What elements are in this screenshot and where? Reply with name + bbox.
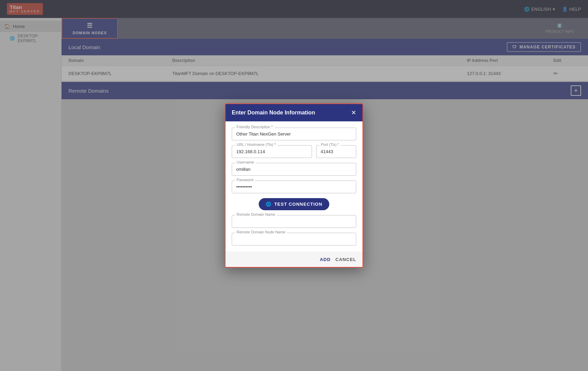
remote-domain-name-label: Remote Domain Name xyxy=(235,212,277,216)
username-label: Username xyxy=(235,160,256,164)
url-port-row: URL / Hostname (Tls) * Port (Tls) * xyxy=(232,145,356,158)
username-group: Username xyxy=(232,163,356,176)
password-input[interactable] xyxy=(232,180,356,193)
port-label: Port (Tls) * xyxy=(320,142,341,147)
password-label: Password xyxy=(235,178,255,182)
domain-node-modal: Enter Domain Node Information ✕ Friendly… xyxy=(225,103,363,268)
modal-overlay: Enter Domain Node Information ✕ Friendly… xyxy=(0,0,588,371)
remote-domain-node-group: Remote Domain Node Name xyxy=(232,233,356,245)
test-connection-button[interactable]: 🌐 TEST CONNECTION xyxy=(259,198,329,210)
modal-close-button[interactable]: ✕ xyxy=(351,109,356,117)
url-group: URL / Hostname (Tls) * xyxy=(232,145,312,158)
remote-domain-name-input[interactable] xyxy=(232,215,356,228)
globe-btn-icon: 🌐 xyxy=(266,202,272,207)
friendly-desc-label: Friendly Description * xyxy=(235,125,274,129)
add-button[interactable]: ADD xyxy=(320,257,331,262)
friendly-desc-group: Friendly Description * xyxy=(232,128,356,140)
modal-title: Enter Domain Node Information xyxy=(232,110,315,116)
cancel-button[interactable]: CANCEL xyxy=(336,257,356,262)
password-group: Password xyxy=(232,180,356,193)
modal-body: Friendly Description * URL / Hostname (T… xyxy=(226,121,362,252)
url-input[interactable] xyxy=(232,145,312,158)
remote-domain-node-label: Remote Domain Node Name xyxy=(235,230,287,234)
friendly-desc-input[interactable] xyxy=(232,128,356,140)
url-label: URL / Hostname (Tls) * xyxy=(235,142,277,147)
modal-header: Enter Domain Node Information ✕ xyxy=(226,104,362,121)
remote-domain-name-group: Remote Domain Name xyxy=(232,215,356,228)
remote-domain-node-input[interactable] xyxy=(232,233,356,245)
test-conn-label: TEST CONNECTION xyxy=(274,202,322,207)
modal-footer: ADD CANCEL xyxy=(226,252,362,267)
port-group: Port (Tls) * xyxy=(316,145,356,158)
username-input[interactable] xyxy=(232,163,356,176)
port-input[interactable] xyxy=(316,145,356,158)
